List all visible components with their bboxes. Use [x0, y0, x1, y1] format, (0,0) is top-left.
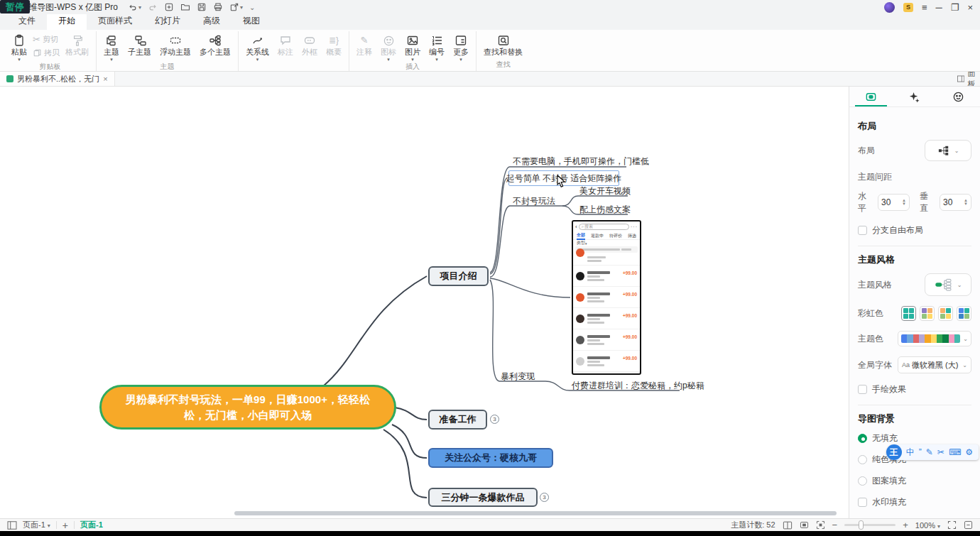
menu-view[interactable]: 视图 [232, 13, 271, 30]
menu-file[interactable]: 文件 [7, 13, 47, 30]
preparation-collapsed-count-badge[interactable]: 3 [490, 415, 499, 424]
collapse-statusbar-icon[interactable] [964, 520, 973, 530]
free-layout-checkbox[interactable] [858, 226, 867, 235]
branch-official-account-node[interactable]: 关注公众号：硬核九哥 [428, 448, 553, 468]
recording-pause-overlay[interactable]: 暂停 [0, 0, 30, 13]
no-fill-radio[interactable] [858, 434, 867, 443]
topic-button[interactable]: 主题 ▾ [99, 31, 124, 61]
ime-mode-icon[interactable]: 中 [906, 448, 915, 456]
outline-view-icon[interactable] [783, 521, 793, 530]
page-panel-icon[interactable] [7, 521, 17, 530]
branch-preparation-node[interactable]: 准备工作 [428, 410, 487, 430]
relationship-button[interactable]: 关系线 ▾ [241, 31, 273, 61]
zoom-slider[interactable] [844, 524, 895, 526]
solid-fill-radio[interactable] [858, 455, 867, 464]
fit-selection-icon[interactable] [816, 520, 825, 530]
subtopic-no-ban-play[interactable]: 不封号玩法 [513, 195, 555, 207]
zoom-out-button[interactable]: − [832, 520, 838, 530]
phone-screenshot-node[interactable]: ‹ ⌕搜索 ··· 全部 退款中 待评价 筛选 类型▾ [572, 220, 641, 375]
zoom-slider-knob[interactable] [859, 520, 864, 530]
minimize-button[interactable]: ─ [936, 3, 942, 12]
save-button[interactable] [197, 2, 207, 12]
ime-pen-icon[interactable]: ✎ [926, 448, 933, 456]
menu-slides[interactable]: 幻灯片 [143, 13, 192, 30]
ime-punctuation-icon[interactable]: ” [919, 448, 922, 456]
vertical-spacing-stepper[interactable]: 30 ▲▼ [940, 194, 971, 211]
ime-badge-icon[interactable]: 王 [886, 444, 902, 460]
user-avatar[interactable] [884, 2, 895, 13]
zoom-in-button[interactable]: + [903, 520, 908, 530]
horizontal-spacing-stepper[interactable]: 30 ▲▼ [878, 194, 910, 211]
svip-badge-icon[interactable]: S [903, 3, 913, 12]
print-button[interactable] [213, 2, 223, 12]
picture-button[interactable]: 图片 ▾ [401, 31, 425, 61]
branch-three-minutes-node[interactable]: 三分钟一条爆款作品 [428, 488, 538, 507]
hand-drawn-checkbox-row[interactable]: 手绘效果 [858, 383, 971, 395]
sidebar-tab-sticker[interactable] [937, 87, 980, 106]
panel-toggle[interactable]: 面板 [953, 72, 980, 86]
floating-topic-button[interactable]: 浮动主题 [156, 31, 195, 58]
subtopic-sad-copy[interactable]: 配上伤感文案 [579, 204, 631, 216]
rainbow-swatch-teal[interactable] [901, 306, 916, 321]
find-replace-button[interactable]: 查找和替换 [479, 31, 527, 58]
theme-style-dropdown[interactable]: ⌄ [925, 273, 971, 296]
menu-page-style[interactable]: 页面样式 [87, 13, 143, 30]
more-insert-button[interactable]: 更多 ▾ [449, 31, 473, 61]
stepper-arrows-icon[interactable]: ▲▼ [964, 199, 968, 206]
mindmap-canvas[interactable]: 男粉暴利不封号玩法，一单99，日赚1000+，轻轻松松，无门槛，小白即可入场 项… [0, 87, 849, 518]
horizontal-scrollbar[interactable] [234, 511, 837, 515]
subtopic-profit[interactable]: 暴利变现 [501, 371, 535, 383]
copy-button[interactable]: 拷贝 [33, 48, 60, 58]
hand-drawn-checkbox[interactable] [858, 385, 867, 394]
sidebar-tab-style[interactable] [849, 87, 893, 106]
menu-home[interactable]: 开始 [47, 13, 87, 30]
document-tab-close-icon[interactable]: × [103, 75, 107, 83]
global-font-dropdown[interactable]: Aa 微软雅黑 (大) ⌄ [898, 356, 971, 373]
ime-settings-icon[interactable]: ⚙ [965, 448, 973, 456]
page-tab-active[interactable]: 页面-1 [80, 520, 103, 530]
share-button[interactable]: ▾ [229, 2, 243, 12]
multiple-topics-button[interactable]: 多个主题 [195, 31, 235, 58]
pattern-fill-radio-row[interactable]: 图案填充 [858, 475, 971, 487]
subtopic-beauty-video[interactable]: 美女开车视频 [579, 185, 631, 197]
restore-button[interactable]: ❐ [951, 3, 959, 12]
pattern-fill-radio[interactable] [858, 476, 867, 486]
theme-color-dropdown[interactable]: ⌄ [898, 331, 971, 346]
paste-button[interactable]: 粘贴 ▾ [7, 31, 31, 61]
format-painter-button[interactable]: 格式刷 [61, 31, 93, 58]
note-button[interactable]: ✎ 注释 [352, 31, 376, 58]
center-map-icon[interactable] [800, 520, 809, 530]
watermark-fill-checkbox-row[interactable]: 水印填充 [858, 496, 971, 508]
watermark-fill-checkbox[interactable] [858, 498, 867, 507]
page-selector[interactable]: 页面-1 ▾ [23, 520, 50, 530]
rainbow-swatch-multicolor[interactable] [920, 306, 935, 321]
callout-button[interactable]: 标注 [273, 31, 298, 58]
add-page-button[interactable]: + [62, 520, 68, 531]
rainbow-swatch-cool[interactable] [957, 306, 971, 321]
boundary-button[interactable]: 外框 [298, 31, 322, 58]
hamburger-menu-icon[interactable]: ≡ [922, 3, 927, 12]
ime-scissors-icon[interactable]: ✂ [937, 448, 944, 456]
no-fill-radio-row[interactable]: 无填充 [858, 432, 971, 444]
fullscreen-icon[interactable] [947, 520, 957, 530]
summary-button[interactable]: ≣} 概要 [322, 31, 346, 58]
close-button[interactable]: × [967, 3, 973, 12]
branch-project-intro-node[interactable]: 项目介绍 [428, 266, 489, 286]
stepper-arrows-icon[interactable]: ▲▼ [902, 199, 906, 206]
redo-button[interactable] [148, 2, 158, 12]
subtopic-no-computer[interactable]: 不需要电脑，手机即可操作，门槛低 [513, 155, 649, 168]
subtopic-paid-group[interactable]: 付费进群培训：恋爱秘籍，约p秘籍 [572, 380, 704, 392]
ime-keyboard-icon[interactable]: ⌨ [949, 448, 961, 456]
central-topic-node[interactable]: 男粉暴利不封号玩法，一单99，日赚1000+，轻轻松松，无门槛，小白即可入场 [99, 385, 396, 430]
undo-button[interactable]: ▾ [128, 2, 141, 12]
three-minutes-collapsed-count-badge[interactable]: 3 [540, 493, 549, 502]
customize-toolbar-button[interactable]: ⌄ [249, 4, 255, 11]
zoom-level[interactable]: 100% ▾ [915, 521, 940, 530]
subtopic-button[interactable]: 子主题 [124, 31, 156, 58]
menu-advanced[interactable]: 高级 [192, 13, 232, 30]
numbering-button[interactable]: 编号 ▾ [425, 31, 449, 61]
document-tab[interactable]: 男粉暴利不..松松，无门 × [0, 72, 115, 86]
free-layout-checkbox-row[interactable]: 分支自由布局 [858, 224, 971, 236]
icon-insert-button[interactable]: 图标 ▾ [376, 31, 401, 61]
sidebar-tab-ai[interactable] [893, 87, 936, 106]
